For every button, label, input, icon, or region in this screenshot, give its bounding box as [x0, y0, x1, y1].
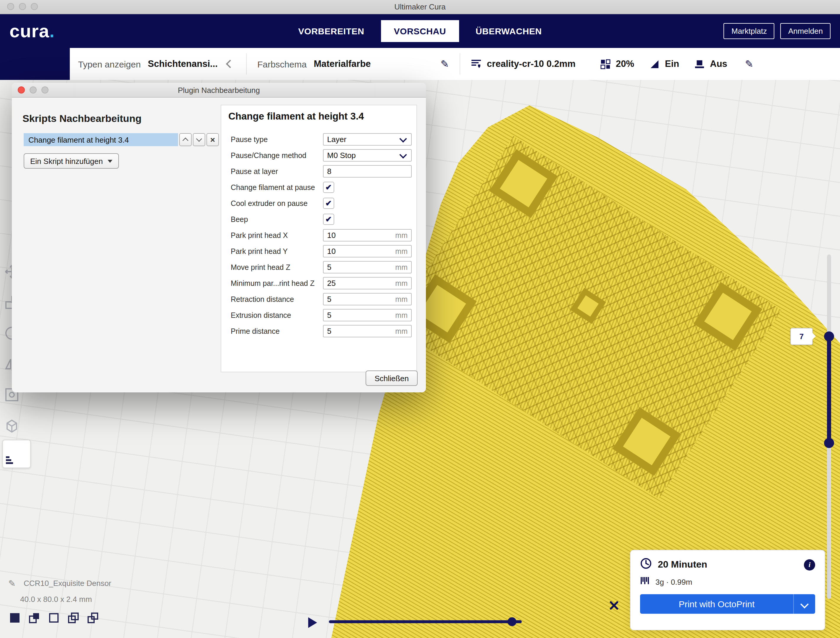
- qr-marker: [693, 282, 762, 351]
- edit-print-settings-pencil-icon[interactable]: ✎: [745, 59, 754, 69]
- pause-type-select[interactable]: Layer: [323, 133, 412, 146]
- layer-number-tooltip: 7: [790, 328, 813, 345]
- caret-down-icon: [108, 160, 112, 163]
- play-button[interactable]: [308, 617, 317, 628]
- path-slider-track[interactable]: [329, 620, 522, 623]
- app-window: Ultimaker Cura cura. VORBEREITEN VORSCHA…: [0, 0, 840, 638]
- print-with-octoprint-button[interactable]: Print with OctoPrint: [640, 594, 815, 614]
- pause-at-layer-input[interactable]: 8: [323, 165, 412, 177]
- infill-icon: [600, 59, 611, 69]
- support-blocker-tool-icon[interactable]: [3, 417, 21, 435]
- layer-slider-top-handle[interactable]: [824, 331, 834, 342]
- param-row: Retraction distance 5 mm: [227, 291, 412, 307]
- dialog-title: Plugin Nachbearbeitung: [178, 85, 260, 94]
- prime-distance-input[interactable]: 5 mm: [323, 325, 412, 337]
- script-settings-panel: Change filament at height 3.4 Pause type…: [221, 105, 417, 372]
- infill-summary[interactable]: 20%: [600, 59, 634, 69]
- chevron-down-icon: [801, 600, 808, 608]
- script-settings-rows: Pause type Layer Pause/Change method M0 …: [227, 131, 412, 339]
- infill-value: 20%: [616, 59, 634, 69]
- color-scheme-dropdown[interactable]: Materialfarbe: [314, 59, 371, 69]
- park-print-head-y-input[interactable]: 10 mm: [323, 245, 412, 258]
- input-unit: mm: [395, 295, 411, 303]
- beep-checkbox[interactable]: [323, 214, 334, 225]
- retraction-distance-input[interactable]: 5 mm: [323, 293, 412, 306]
- qr-marker: [570, 288, 606, 324]
- outline-cube-icon[interactable]: [47, 611, 60, 624]
- minimize-window-icon: [19, 3, 26, 10]
- rename-model-pencil-icon[interactable]: ✎: [8, 578, 16, 589]
- param-row: Cool extruder on pause: [227, 195, 412, 211]
- chevron-down-icon: [399, 150, 407, 158]
- cool-extruder-on-pause-checkbox[interactable]: [323, 198, 334, 209]
- window-controls: [7, 3, 38, 10]
- param-label: Pause type: [227, 135, 323, 144]
- dialog-titlebar[interactable]: Plugin Nachbearbeitung: [12, 83, 426, 98]
- color-scheme-label: Farbschema: [257, 59, 307, 69]
- adjust-tools-icon[interactable]: [608, 600, 620, 614]
- dialog-minimize-icon: [30, 86, 37, 93]
- dialog-maximize-icon: [41, 86, 49, 93]
- print-profile-icon: [471, 59, 482, 69]
- toolbar-row: Typen anzeigen Schichtenansi... Farbsche…: [0, 48, 840, 81]
- pause-change-method-select[interactable]: M0 Stop: [323, 149, 412, 161]
- scripts-heading: Skripts Nachbearbeitung: [22, 113, 141, 125]
- support-value: Ein: [665, 59, 679, 69]
- input-unit: mm: [395, 311, 411, 319]
- signin-button[interactable]: Anmelden: [780, 23, 831, 39]
- support-summary[interactable]: Ein: [649, 59, 679, 69]
- print-button-label: Print with OctoPrint: [640, 599, 793, 609]
- printer-profile-summary[interactable]: creality-cr-10 0.2mm: [471, 59, 576, 69]
- sheet-stack-alt-icon[interactable]: [86, 611, 99, 624]
- check-icon: [325, 199, 332, 208]
- postprocessing-dialog: Plugin Nachbearbeitung Skripts Nachbearb…: [12, 83, 426, 393]
- change-filament-at-pause-checkbox[interactable]: [323, 182, 334, 193]
- support-icon: [649, 59, 660, 69]
- object-list-toggle[interactable]: [2, 440, 31, 468]
- param-row: Park print head X 10 mm: [227, 227, 412, 243]
- param-row: Beep: [227, 211, 412, 227]
- param-row: Prime distance 5 mm: [227, 323, 412, 339]
- add-script-button[interactable]: Ein Skript hinzufügen: [24, 153, 119, 169]
- chevron-up-icon: [183, 138, 188, 144]
- select-value: M0 Stop: [324, 151, 401, 160]
- adhesion-icon: [695, 59, 704, 69]
- tab-ueberwachen[interactable]: ÜBERWACHEN: [463, 20, 555, 42]
- toolbar-divider: [246, 53, 247, 74]
- print-options-dropdown[interactable]: [793, 594, 815, 614]
- adhesion-summary[interactable]: Aus: [695, 59, 727, 69]
- remove-script-button[interactable]: [207, 133, 219, 146]
- extrusion-distance-input[interactable]: 5 mm: [323, 309, 412, 321]
- move-print-head-z-input[interactable]: 5 mm: [323, 261, 412, 274]
- cube-pair-icon[interactable]: [28, 611, 41, 624]
- dialog-close-icon[interactable]: [18, 86, 25, 93]
- info-icon[interactable]: [804, 559, 815, 570]
- tab-vorschau[interactable]: VORSCHAU: [381, 20, 459, 42]
- selected-script-item[interactable]: Change filament at height 3.4: [24, 133, 178, 146]
- move-script-down-button[interactable]: [193, 133, 205, 146]
- tab-vorbereiten[interactable]: VORBEREITEN: [285, 20, 377, 42]
- minimum-park-print-head-z-input[interactable]: 25 mm: [323, 277, 412, 290]
- cura-logo: cura.: [9, 22, 55, 40]
- move-script-up-button[interactable]: [179, 133, 192, 146]
- edit-view-pencil-icon[interactable]: ✎: [441, 59, 449, 69]
- collapse-panel-icon[interactable]: [226, 60, 234, 68]
- view-type-dropdown[interactable]: Schichtenansi...: [148, 59, 218, 69]
- sheet-stack-icon[interactable]: [67, 611, 80, 624]
- input-value: 8: [324, 167, 411, 176]
- check-icon: [325, 215, 332, 224]
- close-dialog-button[interactable]: Schließen: [366, 370, 418, 386]
- qr-marker: [489, 149, 558, 218]
- layer-slider-bottom-handle[interactable]: [824, 438, 834, 448]
- layer-slider-range[interactable]: [827, 336, 831, 443]
- marketplace-button[interactable]: Marktplatz: [724, 23, 775, 39]
- script-list-row: Change filament at height 3.4: [24, 133, 219, 146]
- param-row: Park print head Y 10 mm: [227, 243, 412, 259]
- path-slider-knob[interactable]: [508, 617, 516, 626]
- park-print-head-x-input[interactable]: 10 mm: [323, 229, 412, 241]
- maximize-window-icon: [31, 3, 38, 10]
- select-value: Layer: [324, 135, 401, 144]
- param-label: Pause/Change method: [227, 151, 323, 160]
- object-view-icons: [8, 611, 99, 624]
- solid-cube-icon[interactable]: [8, 611, 21, 624]
